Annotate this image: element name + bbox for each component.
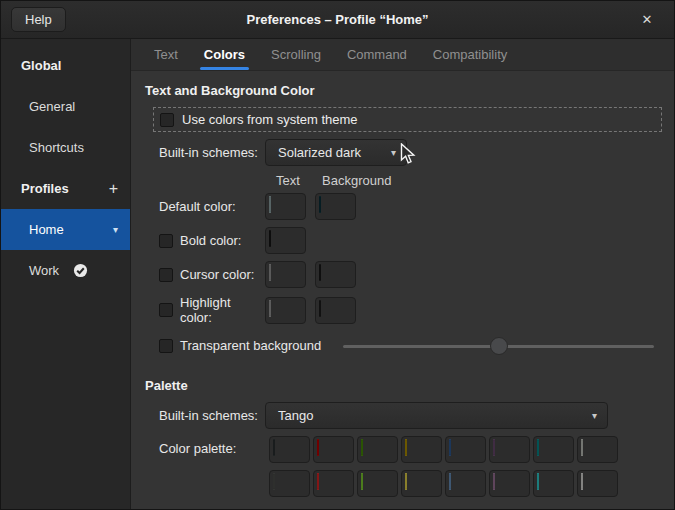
highlight-background-color-swatch[interactable] xyxy=(315,297,356,324)
chevron-down-icon: ▾ xyxy=(373,147,396,158)
chevron-down-icon: ▾ xyxy=(574,410,597,421)
cursor-color-label: Cursor color: xyxy=(180,267,254,282)
use-system-theme-label: Use colors from system theme xyxy=(182,112,358,127)
palette-swatch-2[interactable] xyxy=(357,436,398,463)
transparent-background-label: Transparent background xyxy=(180,338,321,353)
column-header-background: Background xyxy=(322,173,391,188)
palette-swatch-10[interactable] xyxy=(357,470,398,497)
tab-text[interactable]: Text xyxy=(141,39,191,70)
section-title-text-bg: Text and Background Color xyxy=(145,83,662,98)
default-profile-check-icon xyxy=(73,263,88,278)
palette-swatch-9[interactable] xyxy=(313,470,354,497)
bold-color-swatch[interactable] xyxy=(265,227,306,254)
cursor-background-color-swatch[interactable] xyxy=(315,261,356,288)
palette-scheme-dropdown[interactable]: Tango ▾ xyxy=(265,402,608,429)
palette-swatch-11[interactable] xyxy=(401,470,442,497)
palette-swatch-3[interactable] xyxy=(401,436,442,463)
highlight-text-color-swatch[interactable] xyxy=(265,297,306,324)
use-system-theme-checkbox[interactable] xyxy=(160,113,174,127)
palette-swatch-6[interactable] xyxy=(533,436,574,463)
default-text-color-swatch[interactable] xyxy=(265,193,306,220)
default-color-label: Default color: xyxy=(159,199,265,214)
close-icon[interactable]: ✕ xyxy=(636,9,658,31)
sidebar-header-profiles: Profiles + xyxy=(1,168,130,209)
tab-colors[interactable]: Colors xyxy=(191,39,258,70)
color-palette-label: Color palette: xyxy=(159,436,265,456)
sidebar-item-home[interactable]: Home ▾ xyxy=(1,209,130,250)
add-profile-icon[interactable]: + xyxy=(109,180,118,198)
palette-swatch-1[interactable] xyxy=(313,436,354,463)
palette-swatch-12[interactable] xyxy=(445,470,486,497)
palette-swatch-0[interactable] xyxy=(269,436,310,463)
main-content: Text Colors Scrolling Command Compatibil… xyxy=(131,39,674,509)
titlebar: Help Preferences – Profile “Home” ✕ xyxy=(1,1,674,39)
profile-menu-chevron-icon[interactable]: ▾ xyxy=(113,224,118,235)
color-palette-grid xyxy=(269,436,618,497)
text-bg-scheme-dropdown[interactable]: Solarized dark ▾ xyxy=(265,139,407,166)
palette-swatch-5[interactable] xyxy=(489,436,530,463)
highlight-color-label: Highlight color: xyxy=(180,295,265,325)
palette-swatch-15[interactable] xyxy=(577,470,618,497)
palette-swatch-4[interactable] xyxy=(445,436,486,463)
transparent-background-checkbox[interactable] xyxy=(159,339,173,353)
swatch-column-headers: Text Background xyxy=(265,173,662,188)
bold-color-checkbox[interactable] xyxy=(159,234,173,248)
palette-swatch-7[interactable] xyxy=(577,436,618,463)
cursor-text-color-swatch[interactable] xyxy=(265,261,306,288)
section-title-palette: Palette xyxy=(145,378,662,393)
sidebar-item-general[interactable]: General xyxy=(1,86,130,127)
preferences-window: Help Preferences – Profile “Home” ✕ Glob… xyxy=(0,0,675,510)
tab-bar: Text Colors Scrolling Command Compatibil… xyxy=(131,39,674,71)
help-button[interactable]: Help xyxy=(11,7,66,32)
sidebar-item-shortcuts[interactable]: Shortcuts xyxy=(1,127,130,168)
highlight-color-checkbox[interactable] xyxy=(159,303,173,317)
palette-builtin-schemes-label: Built-in schemes: xyxy=(159,408,265,423)
use-system-theme-row[interactable]: Use colors from system theme xyxy=(153,107,662,132)
sidebar: Global General Shortcuts Profiles + Home… xyxy=(1,39,131,509)
default-background-color-swatch[interactable] xyxy=(315,193,356,220)
cursor-color-checkbox[interactable] xyxy=(159,268,173,282)
tab-scrolling[interactable]: Scrolling xyxy=(258,39,334,70)
window-title: Preferences – Profile “Home” xyxy=(246,12,428,27)
palette-scheme-value: Tango xyxy=(278,408,313,423)
sidebar-item-work[interactable]: Work xyxy=(1,250,130,291)
palette-swatch-14[interactable] xyxy=(533,470,574,497)
tab-command[interactable]: Command xyxy=(334,39,420,70)
bold-color-label: Bold color: xyxy=(180,233,241,248)
tab-compatibility[interactable]: Compatibility xyxy=(420,39,520,70)
palette-swatch-13[interactable] xyxy=(489,470,530,497)
transparency-slider-handle[interactable] xyxy=(490,337,508,355)
column-header-text: Text xyxy=(265,173,311,188)
transparency-slider[interactable] xyxy=(343,337,654,355)
sidebar-header-global: Global xyxy=(1,45,130,86)
builtin-schemes-label: Built-in schemes: xyxy=(159,145,265,160)
text-bg-scheme-value: Solarized dark xyxy=(278,145,361,160)
colors-panel: Text and Background Color Use colors fro… xyxy=(131,71,674,510)
palette-swatch-8[interactable] xyxy=(269,470,310,497)
